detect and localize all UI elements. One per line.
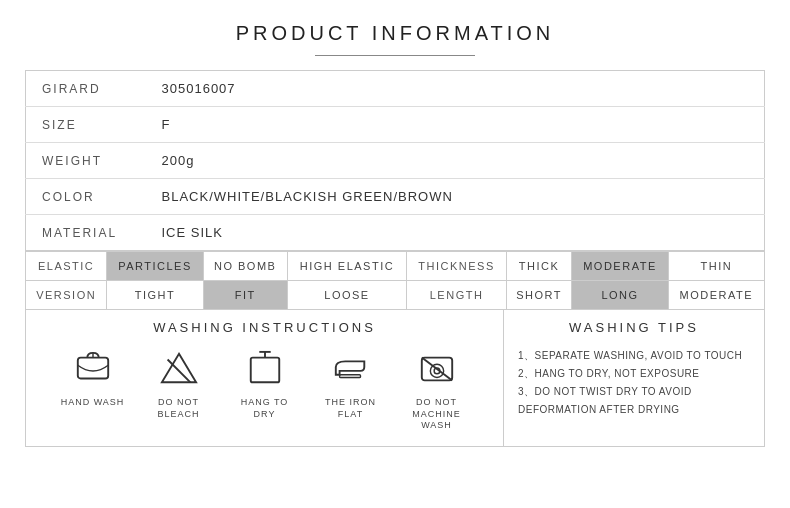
washing-tips-title: WASHING TIPS [518,320,750,335]
elastic-nobomb: NO BOMB [203,252,287,281]
donotbleach-label: DO NOT BLEACH [143,397,215,420]
label-weight: WEIGHT [26,143,146,179]
thickness-thin: THIN [668,252,764,281]
attributes-table: ELASTIC PARTICLES NO BOMB HIGH ELASTIC T… [25,251,765,310]
label-material: MATERIAL [26,215,146,251]
value-weight: 200g [146,143,765,179]
ironflat-label: THE IRON FLAT [315,397,387,420]
product-info-table: GIRARD 305016007 SIZE F WEIGHT 200g COLO… [25,70,765,251]
title-divider [315,55,475,56]
wash-item-donotmachinewash: DO NOT MACHINE WASH [401,347,473,432]
value-material: ICE SILK [146,215,765,251]
tips-list: SEPARATE WASHING, AVOID TO TOUCH HANG TO… [518,347,750,419]
svg-rect-4 [250,358,279,383]
washing-instructions-title: WASHING INSTRUCTIONS [26,320,503,335]
table-row: SIZE F [26,107,765,143]
elastic-row: ELASTIC PARTICLES NO BOMB HIGH ELASTIC T… [26,252,765,281]
washing-tips: WASHING TIPS SEPARATE WASHING, AVOID TO … [504,310,764,446]
page-title: PRODUCT INFORMATION [0,0,790,55]
thickness-thick: THICK [506,252,571,281]
handwash-icon [71,347,115,391]
hangtodry-label: HANG TO DRY [229,397,301,420]
version-loose: LOOSE [287,281,407,310]
value-color: BLACK/WHITE/BLACKISH GREEN/BROWN [146,179,765,215]
hangtodry-icon [243,347,287,391]
elastic-label: ELASTIC [26,252,107,281]
value-size: F [146,107,765,143]
label-color: COLOR [26,179,146,215]
table-row: MATERIAL ICE SILK [26,215,765,251]
wash-item-handwash: HAND WASH [57,347,129,409]
ironflat-icon [329,347,373,391]
table-row: COLOR BLACK/WHITE/BLACKISH GREEN/BROWN [26,179,765,215]
table-row: GIRARD 305016007 [26,71,765,107]
handwash-label: HAND WASH [61,397,125,409]
label-girard: GIRARD [26,71,146,107]
page-title-container: PRODUCT INFORMATION [0,0,790,56]
elastic-highelastic: HIGH ELASTIC [287,252,407,281]
wash-item-ironflatl: THE IRON FLAT [315,347,387,420]
thickness-label: THICKNESS [407,252,507,281]
tip-3: DO NOT TWIST DRY TO AVOID DEFORMATION AF… [518,383,750,419]
value-girard: 305016007 [146,71,765,107]
svg-line-3 [167,360,190,383]
table-row: WEIGHT 200g [26,143,765,179]
label-size: SIZE [26,107,146,143]
length-moderate: MODERATE [668,281,764,310]
washing-instructions: WASHING INSTRUCTIONS HAND WASH [26,310,504,446]
length-long: LONG [572,281,668,310]
elastic-particles: PARTICLES [107,252,203,281]
version-label: VERSION [26,281,107,310]
washing-section: WASHING INSTRUCTIONS HAND WASH [25,310,765,447]
donotbleach-icon [157,347,201,391]
version-fit: FIT [203,281,287,310]
tip-2: HANG TO DRY, NOT EXPOSURE [518,365,750,383]
washing-icons-container: HAND WASH DO NOT BLEACH [26,347,503,432]
svg-marker-2 [161,354,195,383]
donotmachinewash-label: DO NOT MACHINE WASH [401,397,473,432]
length-label: LENGTH [407,281,507,310]
length-short: SHORT [506,281,571,310]
version-tight: TIGHT [107,281,203,310]
wash-item-hangtodry: HANG TO DRY [229,347,301,420]
thickness-moderate: MODERATE [572,252,668,281]
donotmachinewash-icon [415,347,459,391]
version-row: VERSION TIGHT FIT LOOSE LENGTH SHORT LON… [26,281,765,310]
wash-item-donotbleach: DO NOT BLEACH [143,347,215,420]
tip-1: SEPARATE WASHING, AVOID TO TOUCH [518,347,750,365]
